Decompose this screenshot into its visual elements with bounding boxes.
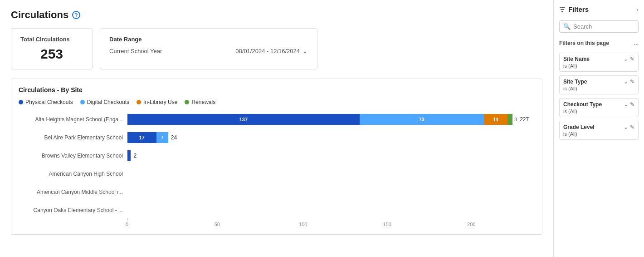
filter-checkout-type-value: is (All) [563,109,634,114]
filter-edit-icon[interactable]: ✎ [630,124,634,130]
date-range-row: Current School Year 08/01/2024 - 12/16/2… [109,47,308,54]
cards-row: Total Circulations 253 Date Range Curren… [11,28,542,69]
filters-on-page-row: Filters on this page ... [559,40,639,46]
legend-dot-inlibrary [137,100,141,104]
bar-total: 24 [171,134,177,141]
total-label: Total Circulations [20,36,83,43]
legend-physical: Physical Checkouts [19,99,73,105]
date-range-value[interactable]: 08/01/2024 - 12/16/2024 ⌄ [235,47,308,54]
total-value: 253 [20,46,83,62]
filter-site-type: Site Type ⌄ ✎ is (All) [559,75,639,94]
bar-physical [127,150,131,161]
table-row: American Canyon High School [19,167,535,181]
bar-area: 137 73 14 3 227 [127,114,535,125]
filter-site-type-header: Site Type ⌄ ✎ [563,79,634,85]
filter-edit-icon[interactable]: ✎ [630,79,634,85]
filter-controls: ⌄ ✎ [624,79,634,85]
bar-area: 17 7 24 [127,132,535,143]
chart-legend: Physical Checkouts Digital Checkouts In-… [19,99,535,105]
page-title: Circulations [11,9,68,21]
legend-inlibrary: In-Library Use [137,99,177,105]
search-box[interactable]: 🔍 [559,20,639,33]
bar-digital: 7 [156,132,168,143]
bar-digital: 73 [360,114,484,125]
filter-edit-icon[interactable]: ✎ [630,101,634,108]
filter-chevron[interactable]: ⌄ [624,101,628,108]
legend-label-inlibrary: In-Library Use [143,99,177,105]
filter-checkout-type: Checkout Type ⌄ ✎ is (All) [559,98,639,117]
legend-renewals: Renewals [185,99,215,105]
sidebar-expand-button[interactable]: › [636,6,639,13]
row-label: Alta Heights Magnet School (Enga... [19,116,127,123]
filter-controls: ⌄ ✎ [624,101,634,108]
chart-title: Circulations - By Site [19,86,535,94]
x-axis: 0 50 100 150 200 [19,222,535,227]
filter-site-name-label: Site Name [563,56,590,62]
legend-digital: Digital Checkouts [80,99,129,105]
table-row: Alta Heights Magnet School (Enga... 137 … [19,113,535,126]
row-label: Canyon Oaks Elementary School - ... [19,207,127,213]
table-row: American Canyon Middle School i... [19,185,535,199]
filter-controls: ⌄ ✎ [624,124,634,130]
filter-checkout-type-label: Checkout Type [563,101,602,108]
filter-grade-level-label: Grade Level [563,124,595,130]
filters-on-page-label: Filters on this page [559,40,609,46]
row-label: Browns Valley Elementary School [19,153,127,159]
filter-site-type-label: Site Type [563,79,587,85]
filter-site-type-value: is (All) [563,86,634,91]
search-input[interactable] [573,23,634,30]
legend-dot-digital [80,100,85,104]
row-label: Bel Aire Park Elementary School [19,134,127,141]
total-circulations-card: Total Circulations 253 [11,28,93,69]
date-range-chevron[interactable]: ⌄ [302,47,308,54]
table-row: Browns Valley Elementary School 2 [19,149,535,163]
filter-edit-icon[interactable]: ✎ [630,56,634,62]
row-label: American Canyon High School [19,171,127,177]
filter-grade-level-header: Grade Level ⌄ ✎ [563,124,634,130]
filter-icon [559,6,566,13]
filter-controls: ⌄ ✎ [624,56,634,62]
filter-site-name-header: Site Name ⌄ ✎ [563,56,634,62]
chart-section: Circulations - By Site Physical Checkout… [11,79,542,235]
date-range-label: Date Range [109,36,308,43]
row-label: American Canyon Middle School i... [19,189,127,195]
bar-area: 2 [127,150,535,161]
filter-chevron[interactable]: ⌄ [624,56,628,62]
legend-label-physical: Physical Checkouts [25,99,73,105]
sidebar: Filters › 🔍 Filters on this page ... Sit… [553,0,644,257]
bar-area [127,205,535,216]
main-content: Circulations ? Total Circulations 253 Da… [0,0,553,257]
filter-grade-level-value: is (All) [563,131,634,137]
filter-chevron[interactable]: ⌄ [624,124,628,130]
bar-renewals [507,114,512,125]
bar-physical: 17 [127,132,156,143]
bar-area [127,168,535,179]
sidebar-header: Filters › [559,5,639,13]
bar-total: 227 [520,116,529,123]
filter-chevron[interactable]: ⌄ [624,79,628,85]
help-icon[interactable]: ? [72,11,80,19]
legend-dot-physical [19,100,23,104]
legend-dot-renewals [185,100,189,104]
filter-checkout-type-header: Checkout Type ⌄ ✎ [563,101,634,108]
bar-physical: 137 [127,114,360,125]
sidebar-title: Filters [559,5,589,13]
table-row: Canyon Oaks Elementary School - ... [19,203,535,217]
table-row: Bel Aire Park Elementary School 17 7 24 [19,131,535,144]
bar-total: 2 [133,153,137,159]
bar-chart: Alta Heights Magnet School (Enga... 137 … [19,113,535,227]
legend-label-renewals: Renewals [191,99,215,105]
filter-grade-level: Grade Level ⌄ ✎ is (All) [559,121,639,140]
date-range-card: Date Range Current School Year 08/01/202… [100,28,317,69]
bar-area [127,187,535,198]
filter-site-name: Site Name ⌄ ✎ is (All) [559,53,639,72]
filter-site-name-value: is (All) [563,63,634,69]
legend-label-digital: Digital Checkouts [87,99,129,105]
bar-inlibrary: 14 [484,114,507,125]
date-range-preset: Current School Year [109,48,162,54]
page-title-row: Circulations ? [11,9,542,21]
filters-dots[interactable]: ... [634,40,639,46]
search-icon: 🔍 [563,23,571,30]
